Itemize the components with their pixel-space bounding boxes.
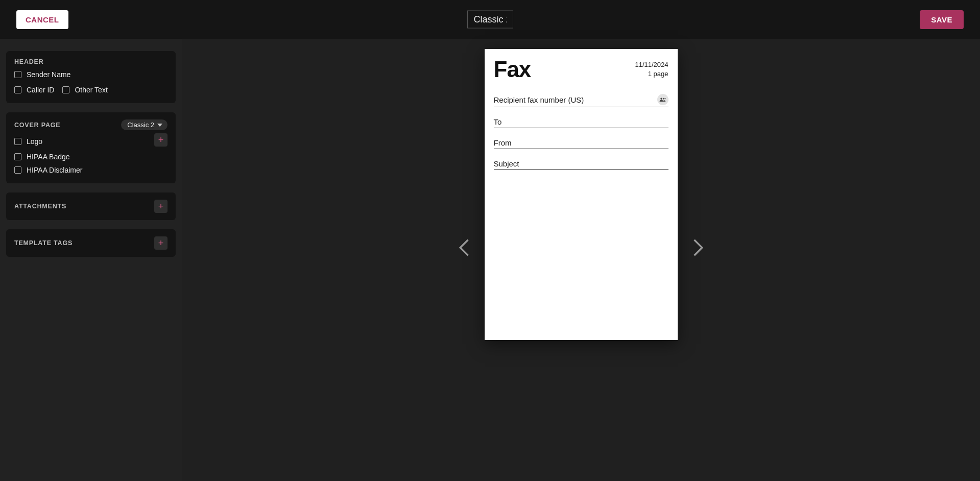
checkbox-label: Other Text xyxy=(75,86,107,94)
field-label: To xyxy=(494,117,502,126)
checkbox-icon xyxy=(14,86,21,93)
panel-template-tags: TEMPLATE TAGS + xyxy=(6,229,176,257)
checkbox-label: HIPAA Disclaimer xyxy=(27,166,82,174)
chevron-right-icon xyxy=(693,239,704,256)
plus-icon: + xyxy=(158,135,164,145)
checkbox-hipaa-badge[interactable]: HIPAA Badge xyxy=(14,153,168,161)
panel-cover-title: COVER PAGE xyxy=(14,122,60,129)
panel-attachments-title: ATTACHMENTS xyxy=(14,203,66,210)
panel-header: HEADER Sender Name Caller ID Other Text xyxy=(6,51,176,103)
panel-cover-page: COVER PAGE Classic 2 Logo + xyxy=(6,112,176,183)
field-to[interactable]: To xyxy=(494,117,668,128)
sidebar: HEADER Sender Name Caller ID Other Text xyxy=(0,39,182,481)
people-icon xyxy=(659,97,666,103)
checkbox-icon xyxy=(14,71,21,78)
chevron-down-icon xyxy=(157,123,162,128)
checkbox-logo[interactable]: Logo xyxy=(14,137,42,146)
plus-icon: + xyxy=(158,202,164,211)
checkbox-sender-name[interactable]: Sender Name xyxy=(14,70,168,79)
fax-page-count: 1 page xyxy=(635,69,668,79)
checkbox-icon xyxy=(14,153,21,160)
checkbox-label: Sender Name xyxy=(27,70,70,79)
fax-title: Fax xyxy=(494,58,531,81)
prev-page-button[interactable] xyxy=(453,237,474,258)
checkbox-icon xyxy=(62,86,69,93)
field-label: Subject xyxy=(494,159,519,168)
field-recipient-number[interactable]: Recipient fax number (US) xyxy=(494,94,668,107)
panel-template-tags-title: TEMPLATE TAGS xyxy=(14,239,73,247)
svg-point-0 xyxy=(660,98,662,100)
dropdown-selected-label: Classic 2 xyxy=(127,121,154,129)
preview-area: Fax 11/11/2024 1 page Recipient fax numb… xyxy=(182,39,980,481)
add-template-tag-button[interactable]: + xyxy=(154,236,168,250)
checkbox-icon xyxy=(14,166,21,174)
save-button[interactable]: SAVE xyxy=(920,10,964,29)
main: HEADER Sender Name Caller ID Other Text xyxy=(0,39,980,481)
plus-icon: + xyxy=(158,238,164,248)
field-label: Recipient fax number (US) xyxy=(494,95,584,104)
add-attachment-button[interactable]: + xyxy=(154,200,168,213)
next-page-button[interactable] xyxy=(688,237,709,258)
checkbox-caller-id[interactable]: Caller ID xyxy=(14,86,54,94)
add-logo-button[interactable]: + xyxy=(154,133,168,147)
add-contact-button[interactable] xyxy=(657,94,668,105)
template-title-input[interactable] xyxy=(467,11,513,29)
svg-point-1 xyxy=(663,98,664,100)
chevron-left-icon xyxy=(458,239,469,256)
panel-header-title: HEADER xyxy=(14,58,168,65)
checkbox-other-text[interactable]: Other Text xyxy=(62,86,107,94)
fax-date: 11/11/2024 xyxy=(635,60,668,69)
checkbox-label: HIPAA Badge xyxy=(27,153,70,161)
cover-template-dropdown[interactable]: Classic 2 xyxy=(121,119,168,130)
checkbox-hipaa-disclaimer[interactable]: HIPAA Disclaimer xyxy=(14,166,168,174)
field-subject[interactable]: Subject xyxy=(494,159,668,170)
checkbox-label: Logo xyxy=(27,137,42,146)
title-wrap xyxy=(467,11,513,29)
checkbox-icon xyxy=(14,138,21,145)
panel-attachments: ATTACHMENTS + xyxy=(6,193,176,220)
field-label: From xyxy=(494,138,512,147)
field-from[interactable]: From xyxy=(494,138,668,149)
fax-cover-preview: Fax 11/11/2024 1 page Recipient fax numb… xyxy=(485,49,678,340)
checkbox-label: Caller ID xyxy=(27,86,54,94)
top-bar: CANCEL SAVE xyxy=(0,0,980,39)
cancel-button[interactable]: CANCEL xyxy=(16,10,68,29)
